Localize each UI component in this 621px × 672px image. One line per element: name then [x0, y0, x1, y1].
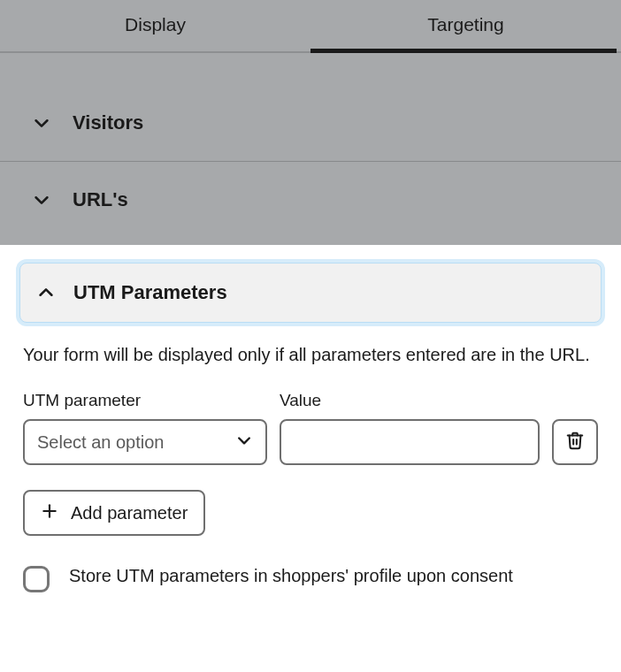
- store-utm-checkbox[interactable]: [23, 566, 50, 592]
- section-visitors-header[interactable]: Visitors: [0, 85, 621, 161]
- tabs: Display Targeting: [0, 0, 621, 53]
- utm-param-field: UTM parameter Select an option: [23, 391, 267, 465]
- plus-icon: [41, 502, 58, 524]
- tab-display[interactable]: Display: [0, 0, 310, 51]
- utm-param-select-placeholder: Select an option: [37, 432, 164, 453]
- add-parameter-label: Add parameter: [71, 503, 188, 523]
- tab-display-label: Display: [125, 14, 186, 34]
- utm-param-select[interactable]: Select an option: [23, 419, 267, 465]
- section-utm: UTM Parameters Your form will be display…: [0, 245, 621, 592]
- chevron-up-icon: [36, 283, 56, 302]
- section-visitors-label: Visitors: [73, 111, 143, 134]
- utm-value-input[interactable]: [280, 419, 540, 465]
- section-urls-label: URL's: [73, 188, 128, 211]
- utm-param-row: UTM parameter Select an option Value: [23, 391, 598, 465]
- utm-param-label: UTM parameter: [23, 391, 267, 410]
- utm-value-label: Value: [280, 391, 540, 410]
- store-utm-row: Store UTM parameters in shoppers' profil…: [23, 562, 598, 592]
- store-utm-label: Store UTM parameters in shoppers' profil…: [69, 562, 513, 589]
- tab-active-indicator: [310, 49, 617, 53]
- add-parameter-button[interactable]: Add parameter: [23, 490, 205, 536]
- trash-icon: [565, 431, 585, 454]
- utm-description: Your form will be displayed only if all …: [23, 342, 598, 368]
- section-urls-header[interactable]: URL's: [0, 162, 621, 238]
- utm-value-field: Value: [280, 391, 540, 465]
- section-utm-body: Your form will be displayed only if all …: [19, 323, 602, 592]
- section-utm-header[interactable]: UTM Parameters: [19, 263, 602, 323]
- section-utm-label: UTM Parameters: [73, 281, 227, 304]
- section-visitors: Visitors: [0, 85, 621, 162]
- delete-param-button[interactable]: [552, 419, 598, 465]
- section-urls: URL's: [0, 162, 621, 238]
- chevron-down-icon: [235, 431, 253, 454]
- tab-targeting-label: Targeting: [427, 14, 503, 34]
- chevron-down-icon: [32, 190, 51, 210]
- chevron-down-icon: [32, 113, 51, 133]
- inactive-backdrop: Display Targeting Visitors URL's: [0, 0, 621, 245]
- tab-targeting[interactable]: Targeting: [310, 0, 621, 51]
